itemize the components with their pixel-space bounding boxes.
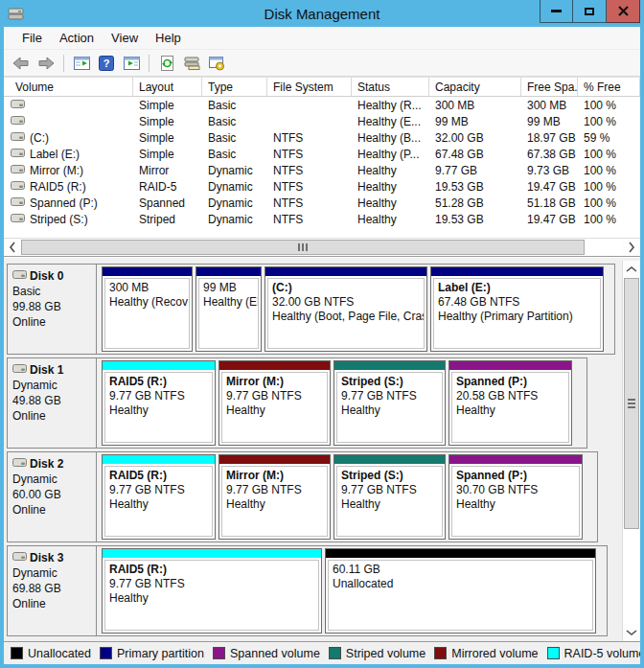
partition-info: Healthy [109, 591, 314, 606]
volume-label: (C:) [30, 131, 49, 145]
drive-icon [11, 213, 25, 226]
cell-type: Basic [202, 99, 267, 112]
column-header-type[interactable]: Type [202, 78, 267, 96]
disk-header-label[interactable]: Disk 0Basic99.88 GBOnline [8, 265, 97, 354]
cell-volume [4, 99, 133, 112]
disk-header-label[interactable]: Disk 2Dynamic60.00 GBOnline [8, 452, 97, 541]
rescan-disks-icon [209, 56, 225, 71]
partition[interactable]: Striped (S:)9.77 GB NTFSHealthy [334, 454, 446, 540]
partition[interactable]: RAID5 (R:)9.77 GB NTFSHealthy [102, 360, 216, 446]
partition-name: Spanned (P:) [456, 375, 564, 389]
help-button[interactable]: ? [95, 52, 118, 75]
menu-view[interactable]: View [103, 28, 147, 48]
scroll-down-button[interactable] [623, 624, 640, 641]
cell-capacity: 300 MB [429, 99, 521, 112]
cell-layout: RAID-5 [133, 180, 202, 194]
partition-info: Healthy (Primary Partition) [438, 310, 596, 324]
cell-volume: Striped (S:) [4, 213, 133, 226]
scroll-left-button[interactable] [4, 239, 21, 256]
partition-info: 60.11 GB [333, 563, 588, 577]
scroll-right-button[interactable] [623, 239, 640, 256]
partition-color-band [449, 455, 582, 464]
column-header-volume[interactable]: Volume [4, 78, 133, 96]
vertical-scrollbar-track[interactable] [623, 278, 640, 624]
table-row[interactable]: (C:)SimpleBasicNTFSHealthy (B...32.00 GB… [4, 129, 640, 146]
show-action-pane-button[interactable] [120, 52, 143, 75]
refresh-icon [160, 56, 174, 71]
partition-info: 32.00 GB NTFS [272, 295, 420, 310]
partition[interactable]: Mirror (M:)9.77 GB NTFSHealthy [218, 454, 331, 540]
partition[interactable]: (C:)32.00 GB NTFSHealthy (Boot, Page Fil… [264, 266, 427, 352]
maximize-button[interactable] [573, 0, 607, 23]
partition[interactable]: Spanned (P:)30.70 GB NTFSHealthy [448, 454, 583, 540]
partition[interactable]: Striped (S:)9.77 GB NTFSHealthy [334, 360, 446, 446]
rescan-disks-button[interactable] [205, 52, 228, 75]
partition-color-band [219, 455, 330, 464]
cell-layout: Simple [133, 115, 202, 128]
table-row[interactable]: Mirror (M:)MirrorDynamicNTFSHealthy9.77 … [4, 162, 640, 178]
legend-swatch [11, 647, 23, 659]
disk-header-label[interactable]: Disk 1Dynamic49.88 GBOnline [8, 358, 97, 448]
column-header-free-space[interactable]: Free Spa... [521, 78, 578, 96]
menu-help[interactable]: Help [147, 28, 190, 48]
horizontal-scrollbar[interactable] [4, 238, 640, 256]
cell-type: Basic [202, 131, 267, 145]
drive-icon [11, 99, 25, 112]
table-row[interactable]: Spanned (P:)SpannedDynamicNTFSHealthy51.… [4, 195, 640, 211]
cell-status: Healthy [352, 164, 429, 177]
table-row[interactable]: Striped (S:)StripedDynamicNTFSHealthy19.… [4, 211, 640, 227]
partition-name: Striped (S:) [341, 469, 438, 483]
table-row[interactable]: RAID5 (R:)RAID-5DynamicNTFSHealthy19.53 … [4, 178, 640, 195]
partition[interactable]: Mirror (M:)9.77 GB NTFSHealthy [218, 360, 331, 446]
menu-bar: File Action View Help [4, 27, 640, 50]
cell-free-space: 19.47 GB [521, 213, 578, 226]
forward-button[interactable] [34, 52, 58, 75]
partition-color-band [196, 267, 261, 276]
vertical-scrollbar[interactable] [622, 261, 640, 641]
disk-management-window: Disk Management File Action View Help ? [0, 0, 644, 668]
cell-type: Basic [202, 148, 267, 161]
back-button[interactable] [10, 52, 33, 75]
column-header-pct-free[interactable]: % Free [578, 78, 640, 96]
svg-text:?: ? [104, 58, 110, 69]
partition-name: RAID5 (R:) [109, 375, 208, 389]
partition[interactable]: Label (E:)67.48 GB NTFSHealthy (Primary … [430, 266, 604, 352]
disk-header-label[interactable]: Disk 3Dynamic69.88 GBOnline [8, 546, 97, 635]
partition[interactable]: RAID5 (R:)9.77 GB NTFSHealthy [102, 454, 216, 540]
menu-action[interactable]: Action [51, 28, 103, 48]
partition-name: Spanned (P:) [456, 469, 575, 483]
partition[interactable]: 99 MBHealthy (EF [196, 266, 262, 352]
partition-name: (C:) [272, 281, 420, 295]
column-header-layout[interactable]: Layout [133, 78, 202, 96]
partition[interactable]: Spanned (P:)20.58 GB NTFSHealthy [448, 360, 572, 446]
scroll-up-button[interactable] [623, 261, 640, 278]
partition-body: (C:)32.00 GB NTFSHealthy (Boot, Page Fil… [267, 278, 425, 349]
show-console-tree-button[interactable] [70, 52, 93, 75]
table-row[interactable]: Label (E:)SimpleBasicNTFSHealthy (P...67… [4, 146, 640, 162]
cell-capacity: 67.48 GB [429, 148, 521, 161]
partition-info: 99 MB [203, 281, 254, 295]
partition[interactable]: 60.11 GBUnallocated [325, 548, 596, 633]
disk-list-button[interactable] [180, 52, 203, 75]
partition-body: RAID5 (R:)9.77 GB NTFSHealthy [104, 372, 213, 443]
partition-info: Healthy [341, 497, 438, 512]
horizontal-scrollbar-thumb[interactable] [21, 240, 585, 255]
action-pane-icon [124, 57, 140, 70]
minimize-button[interactable] [540, 0, 573, 23]
partition-info: Healthy [109, 403, 208, 418]
column-header-file-system[interactable]: File System [267, 78, 352, 96]
table-row[interactable]: SimpleBasicHealthy (R...300 MB300 MB100 … [4, 97, 640, 113]
column-header-capacity[interactable]: Capacity [429, 78, 521, 96]
partition[interactable]: 300 MBHealthy (Recov [102, 266, 193, 352]
column-header-status[interactable]: Status [352, 78, 429, 96]
close-button[interactable] [607, 0, 640, 23]
partition[interactable]: RAID5 (R:)9.77 GB NTFSHealthy [102, 548, 322, 633]
vertical-scrollbar-thumb[interactable] [624, 278, 639, 529]
table-row[interactable]: SimpleBasicHealthy (E...99 MB99 MB100 % [4, 113, 640, 129]
disk-group: Disk 1Dynamic49.88 GBOnlineRAID5 (R:)9.7… [7, 357, 587, 449]
drive-icon [11, 180, 25, 194]
horizontal-scrollbar-track[interactable] [21, 239, 623, 256]
refresh-button[interactable] [155, 52, 178, 75]
menu-file[interactable]: File [13, 28, 51, 48]
disk-name: Disk 1 [30, 362, 63, 378]
